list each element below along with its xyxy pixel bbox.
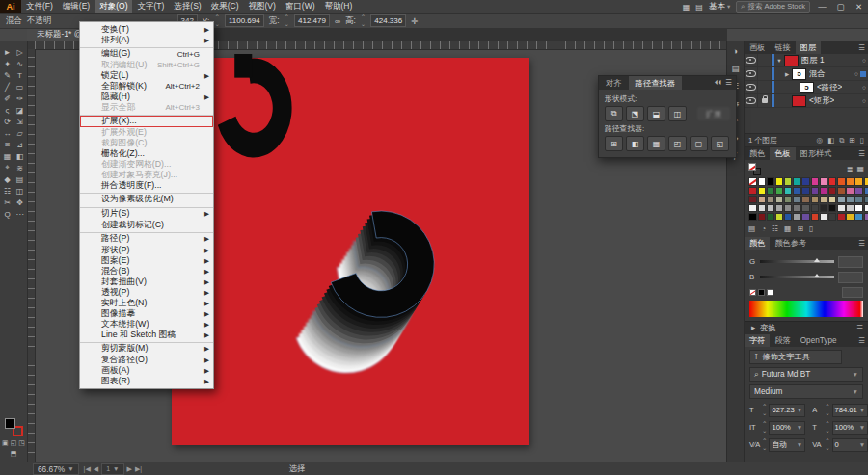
color-swatch[interactable] (775, 177, 783, 185)
color-swatch[interactable] (748, 177, 756, 185)
layer-row[interactable]: <矩形> ○ (745, 94, 868, 108)
color-swatch[interactable] (864, 177, 868, 185)
color-swatch[interactable] (864, 187, 868, 195)
field-value[interactable]: 627.23▼ (769, 404, 805, 417)
arrange-documents-icon[interactable]: ▦ (683, 3, 691, 12)
none-swatch[interactable] (749, 289, 756, 296)
layer-row[interactable]: ▼ 图层 1 ○ (745, 54, 868, 67)
collapsed-panel-icon[interactable]: ▤ (731, 64, 739, 73)
shape-mode-button[interactable]: ⧉ (605, 106, 623, 121)
panel-tab[interactable]: 颜色 (745, 237, 770, 250)
tool-button[interactable]: ✎ (1, 69, 14, 81)
shape-mode-button[interactable]: ◫ (668, 106, 687, 121)
tool-button[interactable]: ∿ (14, 58, 26, 69)
menu-item[interactable]: 透视(P)▶ (80, 287, 213, 298)
color-swatch[interactable] (801, 177, 809, 185)
tool-button[interactable]: ✐ (1, 92, 14, 104)
color-swatch[interactable] (811, 177, 819, 185)
tool-button[interactable]: ▷ (14, 46, 26, 58)
workspace-switcher[interactable]: 基本▾ (709, 1, 730, 13)
panel-header-icon[interactable]: ⏴⏴ (715, 78, 722, 88)
menubar-menu[interactable]: 效果(C) (206, 0, 244, 13)
shape-mode-button[interactable]: ⬔ (626, 106, 644, 121)
menu-item[interactable]: Line 和 Sketch 图稿▶ (80, 330, 213, 340)
field-stepper[interactable]: ⌃⌄ (825, 438, 829, 451)
channel-value-field[interactable] (838, 272, 863, 283)
panel-tab[interactable]: 画板 (745, 41, 770, 54)
pathfinder-button[interactable]: ◱ (711, 136, 729, 151)
color-swatch[interactable] (846, 213, 854, 221)
color-swatch[interactable] (820, 196, 827, 203)
panel-menu-icon[interactable]: ☰ (858, 237, 868, 250)
color-swatch[interactable] (846, 187, 854, 195)
artboard-number-select[interactable]: 1▼ (101, 463, 123, 475)
layer-name[interactable]: 混合 (809, 68, 826, 79)
target-circle[interactable]: ○ (862, 97, 866, 104)
alpha-value-field[interactable] (842, 287, 863, 298)
panel-header-icon[interactable]: ☰ (725, 78, 732, 88)
minimize-button[interactable]: — (816, 2, 828, 12)
menu-item[interactable]: 取消编组(U)Shift+Ctrl+G (80, 60, 213, 70)
color-swatch[interactable] (775, 213, 783, 221)
color-swatch[interactable] (767, 213, 774, 221)
menu-item[interactable]: 实时上色(N)▶ (80, 298, 213, 308)
layer-name[interactable]: <矩形> (809, 95, 834, 106)
menu-item[interactable]: 栅格化(Z)... (80, 148, 213, 159)
color-swatch[interactable] (758, 204, 766, 212)
color-swatch[interactable] (793, 204, 800, 212)
color-swatch[interactable] (846, 177, 854, 185)
link-dimensions-icon[interactable]: ∞ (335, 16, 340, 26)
tool-button[interactable]: ⟳ (1, 116, 14, 127)
tool-button[interactable]: ☷ (1, 185, 14, 197)
blend-artwork[interactable] (262, 204, 442, 380)
tool-button[interactable]: ◆ (1, 173, 14, 185)
tool-button[interactable]: ◧ (14, 150, 26, 162)
color-swatch[interactable] (820, 204, 827, 212)
color-swatch[interactable] (793, 177, 800, 185)
swatch-view-icon[interactable]: ≣ (847, 165, 854, 173)
color-swatch[interactable] (811, 196, 819, 203)
field-value[interactable]: 100%▼ (832, 421, 868, 435)
panel-tab[interactable]: 段落 (770, 334, 795, 347)
tool-button[interactable]: ► (1, 46, 14, 58)
swatches-footer-icon[interactable]: ◔ (761, 224, 766, 233)
color-swatch[interactable] (854, 177, 862, 185)
color-swatch[interactable] (828, 204, 836, 212)
height-stepper[interactable]: ⌃⌄ (361, 14, 366, 27)
last-artboard-icon[interactable]: ▶| (135, 465, 142, 473)
layer-row[interactable]: <路径> ○ (745, 81, 868, 94)
layers-footer-icon[interactable]: ◧ (827, 136, 834, 145)
menu-item[interactable]: 拼合透明度(F)... (80, 180, 213, 191)
top-hook-shape[interactable] (212, 54, 295, 162)
color-swatch[interactable] (811, 213, 819, 221)
color-swatch[interactable] (837, 213, 845, 221)
draw-behind-icon[interactable]: ◱ (11, 439, 17, 447)
layers-footer-icon[interactable]: ⧉ (839, 136, 844, 145)
color-swatch[interactable] (811, 187, 819, 195)
field-value[interactable]: 自动▼ (769, 438, 805, 452)
tool-button[interactable]: Q (1, 208, 14, 220)
color-swatch[interactable] (864, 196, 868, 203)
tool-button[interactable]: ς (1, 104, 14, 116)
visibility-toggle[interactable] (745, 54, 758, 66)
menubar-menu[interactable]: 选择(S) (169, 0, 205, 13)
menu-item[interactable]: 创建裁切标记(C) (80, 220, 213, 230)
menu-item[interactable]: 图表(R)▶ (80, 376, 213, 386)
swatches-footer-icon[interactable]: ▤ (748, 224, 755, 233)
menubar-menu[interactable]: 对象(O) (95, 0, 132, 13)
swatches-footer-icon[interactable]: ▦ (784, 224, 791, 233)
menu-item[interactable]: 创建对象马赛克(J)... (80, 170, 213, 180)
transform-icon[interactable]: ✛ (411, 16, 418, 26)
pathfinder-button[interactable]: ◧ (626, 136, 644, 151)
draw-normal-icon[interactable]: ▣ (2, 439, 9, 447)
menu-item[interactable]: 切片(S)▶ (80, 207, 213, 220)
next-artboard-icon[interactable]: ▶ (127, 465, 132, 473)
color-swatch[interactable] (828, 177, 836, 185)
color-swatch[interactable] (748, 204, 756, 212)
swatches-footer-icon[interactable]: ⊞ (797, 224, 803, 233)
menu-item[interactable]: 变换(T)▶ (80, 24, 213, 35)
fill-swatch[interactable] (5, 418, 15, 429)
color-swatch[interactable] (837, 196, 845, 203)
swatch-view-icon[interactable]: ▦ (856, 165, 864, 173)
tool-button[interactable]: ▤ (14, 173, 26, 185)
